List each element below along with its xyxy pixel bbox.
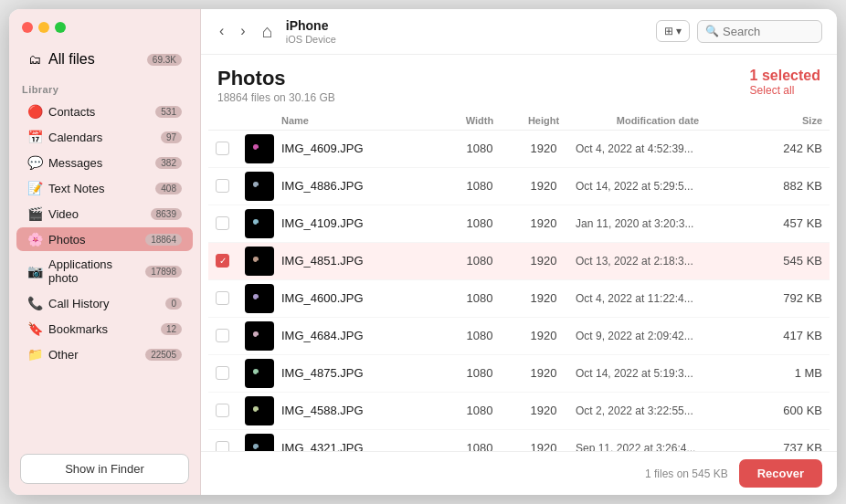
show-finder-button[interactable]: Show in Finder [20,454,189,484]
selection-info: 1 selected Select all [750,68,820,97]
page-subtitle: 18864 files on 30.16 GB [217,91,335,104]
file-height: 1920 [512,291,576,305]
table-row[interactable]: IMG_4600.JPG 1080 1920 Oct 4, 2022 at 11… [208,280,830,318]
table-row[interactable]: IMG_4321.JPG 1080 1920 Sep 11, 2022 at 3… [208,430,830,451]
sidebar-item-other[interactable]: 📁 Other 22505 [16,342,193,366]
sidebar-label-other: Other [48,348,79,362]
footer-info: 1 files on 545 KB [216,467,728,480]
file-width: 1080 [448,441,512,451]
file-size: 882 KB [740,179,822,193]
table-row[interactable]: IMG_4684.JPG 1080 1920 Oct 9, 2022 at 2:… [208,318,830,355]
call-history-badge: 0 [165,298,182,310]
call-history-icon: 📞 [27,296,42,310]
all-files-badge: 69.3K [147,54,182,66]
col-header-height: Height [512,115,576,126]
col-header-name: Name [281,115,448,126]
sidebar-label-applications-photo: Applications photo [48,257,145,285]
select-all-button[interactable]: Select all [750,84,795,97]
calendars-badge: 97 [161,131,182,143]
applications-photo-icon: 📷 [27,264,42,278]
video-icon: 🎬 [27,206,42,221]
file-width: 1080 [448,179,512,193]
content-header: Photos 18864 files on 30.16 GB 1 selecte… [201,55,837,111]
file-height: 1920 [512,216,576,230]
file-size: 737 KB [740,441,822,451]
file-width: 1080 [448,329,512,342]
other-badge: 22505 [145,349,182,361]
col-header-width: Width [448,115,512,126]
row-checkbox[interactable] [216,366,229,380]
maximize-button[interactable] [55,22,66,33]
row-checkbox[interactable] [216,441,229,451]
file-width: 1080 [448,404,512,417]
row-checkbox[interactable] [216,142,229,155]
device-info: iPhone iOS Device [286,18,647,45]
table-body: IMG_4609.JPG 1080 1920 Oct 4, 2022 at 4:… [208,131,830,451]
sidebar-label-calendars: Calendars [48,131,102,144]
sidebar-item-bookmarks[interactable]: 🔖 Bookmarks 12 [16,317,193,341]
row-checkbox[interactable] [216,216,229,230]
recover-button[interactable]: Recover [739,459,822,488]
row-checkbox[interactable]: ✓ [216,254,229,268]
table-row[interactable]: IMG_4609.JPG 1080 1920 Oct 4, 2022 at 4:… [208,131,830,168]
file-width: 1080 [448,216,512,230]
video-badge: 8639 [151,208,182,220]
photos-badge: 18864 [145,234,182,246]
sidebar-item-photos[interactable]: 🌸 Photos 18864 [16,227,193,251]
file-name: IMG_4109.JPG [281,216,448,230]
file-mod-date: Jan 11, 2020 at 3:20:3... [576,217,740,230]
sidebar-item-messages[interactable]: 💬 Messages 382 [16,151,193,174]
minimize-button[interactable] [38,22,49,33]
sidebar-item-contacts[interactable]: 🔴 Contacts 531 [16,100,193,123]
file-height: 1920 [512,404,576,417]
files-icon: 🗂 [27,52,42,67]
table-row[interactable]: IMG_4886.JPG 1080 1920 Oct 14, 2022 at 5… [208,168,830,205]
sidebar-label-bookmarks: Bookmarks [48,322,108,336]
all-files-label: All files [48,51,95,68]
row-checkbox[interactable] [216,291,229,305]
photos-icon: 🌸 [27,232,42,247]
file-height: 1920 [512,142,576,155]
file-thumbnail [245,284,274,313]
table-row[interactable]: IMG_4588.JPG 1080 1920 Oct 2, 2022 at 3:… [208,393,830,430]
sidebar-item-text-notes[interactable]: 📝 Text Notes 408 [16,176,193,200]
file-height: 1920 [512,366,576,380]
file-width: 1080 [448,142,512,155]
row-checkbox[interactable] [216,404,229,417]
file-width: 1080 [448,366,512,380]
table-row[interactable]: IMG_4875.JPG 1080 1920 Oct 14, 2022 at 5… [208,355,830,393]
sidebar-item-call-history[interactable]: 📞 Call History 0 [16,291,193,315]
other-icon: 📁 [27,347,42,362]
close-button[interactable] [22,22,33,33]
text-notes-badge: 408 [155,183,182,194]
file-thumbnail [245,396,274,425]
selected-count: 1 selected [750,68,820,84]
row-checkbox[interactable] [216,329,229,342]
file-mod-date: Oct 14, 2022 at 5:29:5... [576,180,740,193]
device-sub: iOS Device [286,34,647,45]
sidebar-item-all-files[interactable]: 🗂 All files 69.3K [16,46,193,73]
main-content: ‹ › ⌂ iPhone iOS Device ⊞ ▾ 🔍 Phot [201,9,837,495]
file-name: IMG_4684.JPG [281,329,448,342]
sidebar-item-calendars[interactable]: 📅 Calendars 97 [16,125,193,149]
file-table: Name Width Height Modification date Size… [201,111,837,451]
sidebar-item-video[interactable]: 🎬 Video 8639 [16,202,193,226]
sidebar-bottom: Show in Finder [9,443,200,495]
sidebar-item-applications-photo[interactable]: 📷 Applications photo 17898 [16,253,193,289]
file-size: 457 KB [740,216,822,230]
table-row[interactable]: IMG_4109.JPG 1080 1920 Jan 11, 2020 at 3… [208,205,830,243]
file-height: 1920 [512,441,576,451]
file-mod-date: Oct 13, 2022 at 2:18:3... [576,255,740,268]
file-mod-date: Oct 4, 2022 at 11:22:4... [576,292,740,305]
table-row[interactable]: ✓ IMG_4851.JPG 1080 1920 Oct 13, 2022 at… [208,243,830,280]
row-checkbox[interactable] [216,179,229,193]
file-size: 417 KB [740,329,822,342]
search-input[interactable] [723,25,814,38]
view-toggle-button[interactable]: ⊞ ▾ [656,20,690,42]
file-name: IMG_4588.JPG [281,404,448,417]
file-height: 1920 [512,254,576,268]
back-button[interactable]: ‹ [216,21,227,41]
forward-button[interactable]: › [237,21,249,41]
sidebar-label-messages: Messages [48,156,102,170]
file-thumbnail [245,359,274,388]
